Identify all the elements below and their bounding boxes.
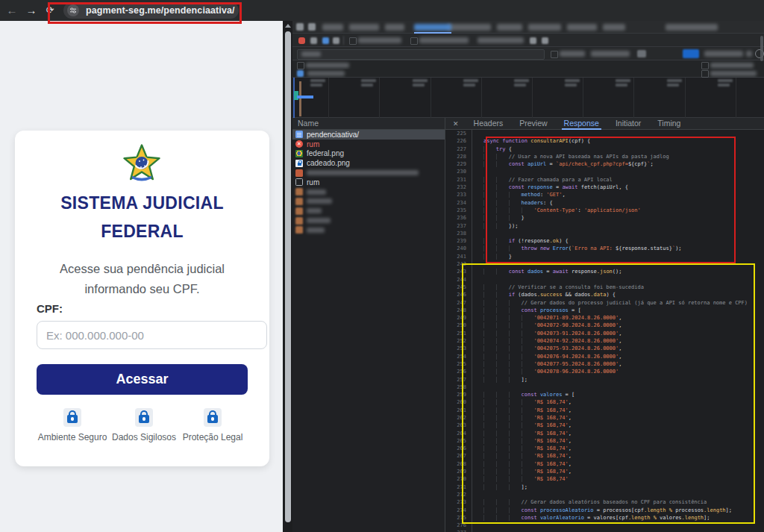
code-line: // Fazer chamada para a API local (483, 176, 764, 184)
tab-response[interactable]: Response (556, 118, 607, 130)
devtools-tab-redacted[interactable] (567, 24, 597, 31)
checkbox-icon[interactable] (297, 62, 304, 69)
code-line: const processos = [ (483, 307, 764, 314)
access-button[interactable]: Acessar (37, 364, 248, 395)
close-icon[interactable]: ✕ (445, 120, 466, 128)
network-request-row[interactable]: rum (292, 140, 445, 149)
code-line: 'R$ 168,74', (483, 430, 764, 437)
network-request-row[interactable]: federal.png (292, 149, 445, 159)
throttling-dropdown-redacted[interactable] (478, 37, 524, 43)
devtools-tab-redacted[interactable] (322, 24, 343, 31)
login-card: SISTEMA JUDICIAL FEDERAL Acesse sua pend… (15, 131, 269, 466)
html-document-icon (295, 131, 303, 138)
devtools-tab-redacted[interactable] (448, 24, 491, 31)
address-bar[interactable]: pagment-seg.me/pendenciaativa/ (63, 2, 239, 19)
code-line: const apiUrl = `api/check_cpf.php?cpf=${… (483, 160, 764, 168)
site-settings-icon[interactable] (67, 4, 79, 16)
code-content: async function consultarAPI(cpf) { try {… (472, 130, 764, 532)
devtools-tab-bar (292, 21, 764, 34)
devtools-scrollbar-thumb[interactable] (760, 36, 763, 61)
devtools-tab-redacted[interactable] (666, 24, 718, 31)
code-line (483, 491, 764, 498)
timeline-label-redacted (514, 79, 529, 82)
devtools-tab-redacted[interactable] (385, 24, 404, 31)
network-filter-row (292, 47, 764, 60)
tab-network[interactable] (414, 24, 451, 31)
record-button[interactable] (298, 37, 305, 44)
checkbox-icon[interactable] (701, 70, 709, 78)
scrollbar-thumb[interactable] (285, 31, 291, 522)
forward-icon[interactable]: → (22, 0, 40, 21)
name-column-header[interactable]: Name (292, 118, 445, 130)
devtools-tab-redacted[interactable] (349, 24, 379, 31)
checkbox-icon[interactable] (410, 37, 418, 45)
request-name: federal.png (307, 149, 344, 157)
back-icon[interactable]: ← (3, 0, 21, 21)
code-line: '0042075-93.2024.8.26.0000', (483, 345, 764, 352)
page-scrollbar[interactable] (283, 21, 292, 532)
network-request-row[interactable] (292, 197, 445, 207)
devtools-tab-redacted[interactable] (603, 24, 625, 31)
line-number: 233 (445, 191, 466, 198)
option-label-redacted[interactable] (710, 63, 754, 68)
document-icon (295, 178, 303, 186)
reload-icon[interactable]: ⟳ (41, 0, 59, 21)
browser-toolbar: ← → ⟳ pagment-seg.me/pendenciaativa/ (0, 0, 764, 21)
tab-preview[interactable]: Preview (511, 118, 555, 130)
import-icon[interactable] (530, 37, 536, 44)
filter-pill-all[interactable] (683, 49, 699, 58)
checkbox-icon[interactable] (349, 37, 357, 45)
dropdown-caret-icon[interactable] (637, 50, 646, 57)
inspect-icon[interactable] (296, 23, 304, 31)
network-request-row[interactable] (292, 206, 445, 216)
filter-input[interactable] (297, 49, 545, 60)
line-number: 240 (445, 245, 466, 252)
filter-icon[interactable] (322, 37, 329, 44)
tab-headers[interactable]: Headers (466, 118, 512, 130)
checkbox-icon[interactable] (701, 62, 709, 69)
code-line: 'R$ 168,74', (483, 407, 764, 414)
tab-initiator[interactable]: Initiator (607, 118, 649, 130)
network-request-row[interactable]: cadeado.png (292, 158, 445, 168)
network-request-row[interactable] (292, 216, 445, 225)
scroll-up-arrow-icon[interactable] (285, 24, 291, 28)
timeline-label-redacted (361, 79, 376, 82)
script-icon (295, 207, 303, 215)
code-line: const processoAleatorio = processos[cpf.… (483, 507, 764, 514)
search-icon[interactable] (333, 37, 339, 44)
network-request-row[interactable] (292, 187, 445, 197)
filter-pill-redacted[interactable] (746, 51, 752, 57)
blue-option-icon[interactable] (297, 70, 304, 77)
device-toolbar-icon[interactable] (308, 23, 316, 31)
network-request-row[interactable] (292, 225, 445, 235)
toolbar-option-redacted[interactable] (358, 37, 401, 43)
network-request-row[interactable]: rum (292, 178, 445, 187)
invert-checkbox-icon[interactable] (551, 51, 558, 58)
feature-legal-protection: Proteção Legal (172, 408, 254, 442)
toolbar-option-redacted[interactable] (419, 37, 469, 43)
clear-icon[interactable] (310, 37, 317, 44)
option-label-redacted[interactable] (306, 63, 349, 68)
line-number: 260 (445, 398, 466, 406)
redacted-request-name (307, 198, 332, 204)
filter-option-redacted[interactable] (560, 51, 585, 57)
redacted-request-name (307, 170, 419, 175)
code-line: }); (483, 222, 764, 230)
tab-timing[interactable]: Timing (649, 118, 689, 130)
export-icon[interactable] (542, 37, 548, 44)
option-label-redacted[interactable] (710, 71, 757, 76)
timeline-label-redacted (667, 79, 682, 82)
option-label-redacted[interactable] (307, 71, 345, 76)
line-number: 268 (445, 460, 466, 468)
devtools-tab-redacted[interactable] (528, 24, 561, 31)
timeline-gridline (685, 78, 686, 118)
line-number: 235 (445, 207, 466, 214)
filter-option-redacted[interactable] (591, 51, 630, 57)
cpf-input[interactable] (37, 321, 267, 349)
filter-pill-redacted[interactable] (704, 51, 743, 57)
network-request-row[interactable] (292, 168, 445, 178)
timeline-label-redacted (463, 79, 478, 82)
script-icon (295, 226, 303, 234)
devtools-tab-redacted[interactable] (497, 24, 522, 31)
network-request-row[interactable]: pendenciaativa/ (292, 130, 445, 140)
